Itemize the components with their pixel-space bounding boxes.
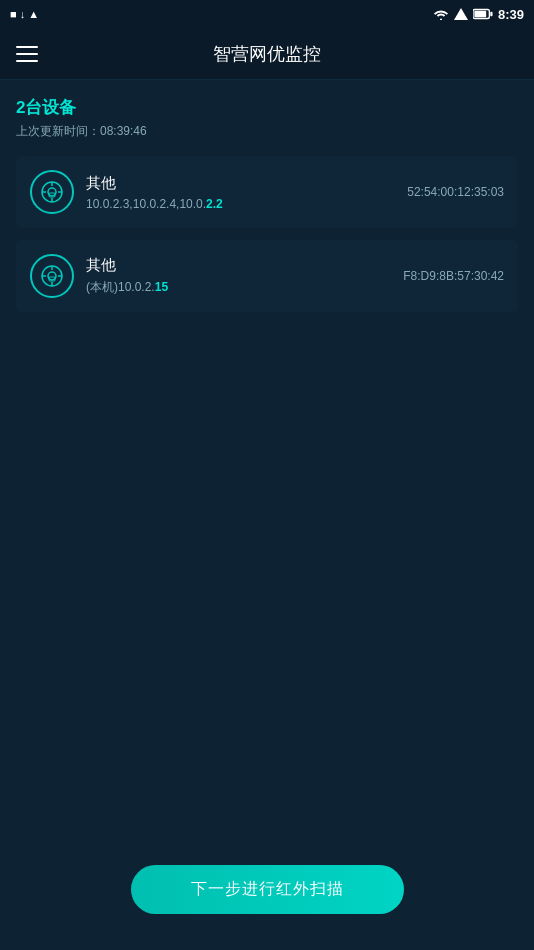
menu-button[interactable] (16, 46, 38, 62)
device-svg-1 (39, 179, 65, 205)
battery-icon (473, 8, 493, 20)
device-name-1: 其他 (86, 174, 407, 193)
device-ip-1: 10.0.2.3,10.0.2.4,10.0.2.2 (86, 197, 407, 211)
last-update-label: 上次更新时间：08:39:46 (16, 123, 518, 140)
time-display: 8:39 (498, 7, 524, 22)
svg-rect-3 (490, 12, 492, 17)
next-step-button[interactable]: 下一步进行红外扫描 (131, 865, 404, 914)
device-name-2: 其他 (86, 256, 403, 275)
device-card-2[interactable]: 其他 (本机)10.0.2.15 F8:D9:8B:57:30:42 (16, 240, 518, 312)
status-bar-left: ■ ↓ ▲ (10, 8, 39, 20)
device-card-1[interactable]: 其他 10.0.2.3,10.0.2.4,10.0.2.2 52:54:00:1… (16, 156, 518, 228)
signal-icon (454, 8, 468, 20)
svg-rect-2 (474, 11, 486, 17)
app-title: 智营网优监控 (213, 42, 321, 66)
status-bar: ■ ↓ ▲ 8:39 (0, 0, 534, 28)
device-svg-2 (39, 263, 65, 289)
device-info-1: 其他 10.0.2.3,10.0.2.4,10.0.2.2 (86, 174, 407, 211)
app-header: 智营网优监控 (0, 28, 534, 80)
status-bar-right: 8:39 (433, 7, 524, 22)
android-icons: ■ ↓ ▲ (10, 8, 39, 20)
main-content: 2台设备 上次更新时间：08:39:46 其他 10.0.2.3,10.0.2.… (0, 80, 534, 312)
device-icon-1 (30, 170, 74, 214)
device-meta-2: F8:D9:8B:57:30:42 (403, 269, 504, 283)
bottom-button-area: 下一步进行红外扫描 (0, 865, 534, 914)
device-meta-1: 52:54:00:12:35:03 (407, 185, 504, 199)
wifi-icon (433, 8, 449, 20)
device-mac-1: 52:54:00:12:35:03 (407, 185, 504, 199)
svg-marker-0 (454, 8, 468, 20)
device-count-label: 2台设备 (16, 96, 518, 119)
device-icon-2 (30, 254, 74, 298)
device-ip-2: (本机)10.0.2.15 (86, 279, 403, 296)
device-mac-2: F8:D9:8B:57:30:42 (403, 269, 504, 283)
device-info-2: 其他 (本机)10.0.2.15 (86, 256, 403, 296)
